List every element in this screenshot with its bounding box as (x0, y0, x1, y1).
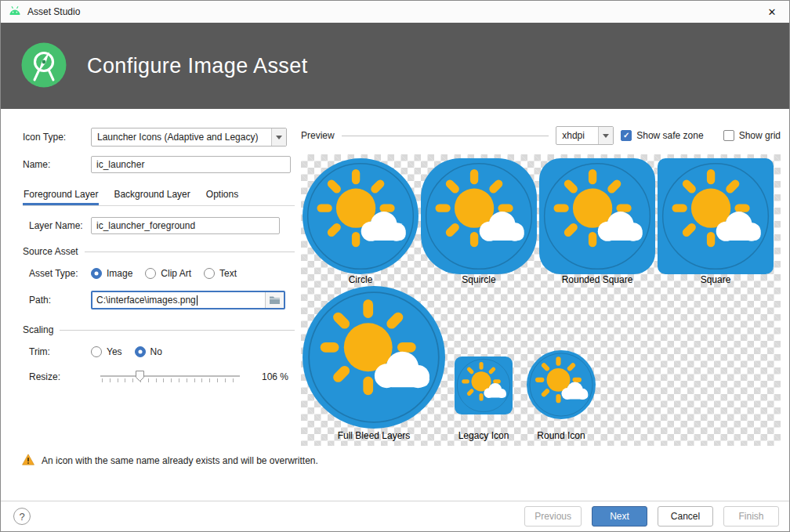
density-dropdown[interactable]: xhdpi (556, 126, 614, 145)
asset-studio-window: Asset Studio ✕ Configure Image Asset Ico… (0, 0, 790, 532)
preview-asset-square (658, 158, 774, 274)
tab-background-layer[interactable]: Background Layer (113, 186, 190, 205)
warning-icon (22, 454, 34, 468)
preview-asset-round (527, 350, 596, 419)
finish-button[interactable]: Finish (723, 506, 779, 527)
settings-panel: Icon Type: Launcher Icons (Adaptive and … (1, 109, 301, 385)
radio-icon (145, 268, 156, 279)
preview-label-squircle: Squircle (421, 274, 537, 285)
preview-asset-squircle (421, 158, 537, 274)
scaling-heading: Scaling (23, 324, 295, 336)
preview-label-full-bleed: Full Bleed Layers (303, 430, 445, 441)
warning-text: An icon with the same name already exist… (42, 455, 318, 466)
footer-bar: ? Previous Next Cancel Finish (1, 501, 789, 531)
page-title: Configure Image Asset (87, 54, 308, 78)
divider (85, 252, 295, 252)
preview-label-circle: Circle (303, 274, 419, 285)
preview-label-square: Square (658, 274, 774, 285)
preview-asset-circle (303, 158, 419, 274)
icon-type-dropdown[interactable]: Launcher Icons (Adaptive and Legacy) (91, 128, 287, 147)
radio-icon (91, 346, 102, 357)
asset-type-text-radio[interactable]: Text (204, 268, 237, 279)
layer-tabs: Foreground Layer Background Layer Option… (23, 186, 295, 206)
name-input[interactable]: ic_launcher (91, 156, 291, 173)
wizard-buttons: Previous Next Cancel Finish (524, 506, 779, 527)
preview-label-round: Round Icon (522, 430, 600, 441)
trim-label: Trim: (29, 346, 91, 357)
radio-selected-icon (91, 268, 102, 279)
divider (342, 136, 549, 136)
density-value: xhdpi (556, 130, 598, 141)
previous-button[interactable]: Previous (524, 506, 582, 527)
preview-asset-rounded-square (539, 158, 655, 274)
layer-name-value: ic_launcher_foreground (96, 220, 195, 231)
preview-asset-full-bleed (303, 286, 445, 429)
show-safe-zone-checkbox[interactable]: Show safe zone (621, 130, 703, 141)
preview-label-rounded-square: Rounded Square (539, 274, 655, 285)
close-icon[interactable]: ✕ (755, 1, 789, 23)
slider-thumb[interactable] (136, 371, 144, 382)
preview-header: Preview xhdpi Show safe zone Show grid (301, 126, 781, 145)
radio-icon (204, 268, 215, 279)
warning-message: An icon with the same name already exist… (22, 454, 318, 468)
folder-icon (269, 295, 281, 305)
preview-label: Preview (301, 130, 335, 141)
resize-label: Resize: (29, 371, 91, 382)
tab-options[interactable]: Options (205, 186, 239, 205)
android-head-icon (9, 5, 21, 18)
titlebar: Asset Studio ✕ (1, 1, 789, 23)
checkbox-icon (723, 130, 734, 141)
slider-ticks (102, 378, 240, 382)
asset-type-image-radio[interactable]: Image (91, 268, 132, 279)
next-button[interactable]: Next (592, 506, 647, 527)
icon-type-label: Icon Type: (23, 132, 91, 143)
name-value: ic_launcher (96, 159, 144, 170)
cancel-button[interactable]: Cancel (658, 506, 713, 527)
preview-asset-legacy (455, 356, 513, 414)
tab-foreground-layer[interactable]: Foreground Layer (23, 186, 99, 205)
name-label: Name: (23, 159, 91, 170)
trim-yes-radio[interactable]: Yes (91, 346, 122, 357)
preview-panel: Preview xhdpi Show safe zone Show grid (301, 126, 781, 446)
chevron-down-icon[interactable] (598, 127, 613, 144)
preview-canvas: Circle Squircle Rounded Square Square Fu… (301, 154, 781, 446)
show-grid-checkbox[interactable]: Show grid (723, 130, 781, 141)
layer-name-input[interactable]: ic_launcher_foreground (91, 217, 280, 234)
path-label: Path: (29, 295, 91, 306)
source-asset-heading: Source Asset (23, 245, 295, 258)
radio-selected-icon (135, 346, 146, 357)
resize-slider[interactable] (100, 369, 240, 385)
trim-no-radio[interactable]: No (135, 346, 162, 357)
checkbox-checked-icon (621, 130, 632, 141)
wizard-banner: Configure Image Asset (1, 23, 789, 109)
icon-type-value: Launcher Icons (Adaptive and Legacy) (92, 132, 271, 143)
window-title: Asset Studio (27, 6, 80, 17)
slider-track (100, 375, 240, 377)
asset-type-label: Asset Type: (29, 268, 91, 279)
path-input[interactable]: C:\interface\images.png (91, 291, 285, 309)
text-caret (197, 295, 198, 306)
divider (60, 330, 295, 331)
resize-value: 106 % (262, 371, 288, 382)
preview-label-legacy: Legacy Icon (447, 430, 520, 441)
browse-folder-button[interactable] (265, 292, 284, 308)
layer-name-label: Layer Name: (29, 220, 91, 231)
android-studio-logo (21, 42, 67, 90)
asset-type-clipart-radio[interactable]: Clip Art (145, 268, 191, 279)
help-button[interactable]: ? (13, 508, 31, 525)
chevron-down-icon[interactable] (271, 128, 286, 146)
path-value: C:\interface\images.png (96, 295, 196, 306)
